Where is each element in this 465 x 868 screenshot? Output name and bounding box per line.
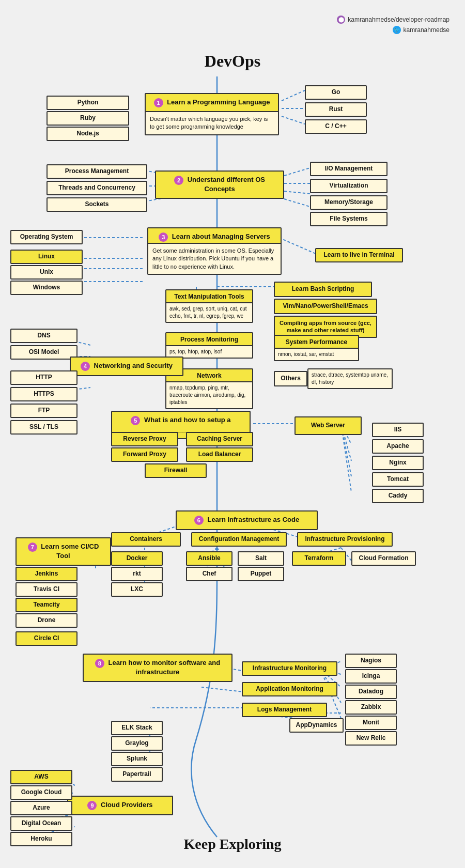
cpp-box: C / C++ bbox=[305, 119, 367, 134]
os-concepts-box: 2 Understand different OS Concepts bbox=[155, 171, 284, 199]
papertrail-box: Papertrail bbox=[111, 767, 163, 782]
reverse-proxy-box: Reverse Proxy bbox=[111, 432, 178, 446]
ssl-box: SSL / TLS bbox=[10, 420, 78, 435]
filesystems-box: File Systems bbox=[310, 212, 388, 226]
learn-prog-box: 1 Learn a Programming Language bbox=[145, 93, 279, 113]
twitter-icon: 🐦 bbox=[393, 26, 401, 34]
os-box: Operating System bbox=[10, 230, 83, 244]
twitter-link[interactable]: kamranahmedse bbox=[404, 26, 450, 34]
unix-box: Unix bbox=[10, 265, 83, 280]
iac-box: 6 Learn Infrastructure as Code bbox=[176, 510, 318, 530]
others-box: Others bbox=[274, 371, 307, 386]
monitor-box: 8 Learn how to monitor software and infr… bbox=[83, 654, 233, 682]
jenkins-box: Jenkins bbox=[16, 567, 78, 581]
number-3: 3 bbox=[159, 233, 168, 242]
network-desc: nmap, tcpdump, ping, mtr, traceroute air… bbox=[165, 381, 253, 409]
lxc-box: LXC bbox=[111, 582, 163, 597]
nagios-box: Nagios bbox=[345, 654, 397, 668]
azure-box: Azure bbox=[10, 801, 72, 815]
monit-box: Monit bbox=[345, 716, 397, 730]
new-relic-box: New Relic bbox=[345, 731, 397, 746]
salt-box: Salt bbox=[238, 551, 284, 566]
elk-box: ELK Stack bbox=[111, 721, 163, 735]
number-5: 5 bbox=[131, 416, 140, 425]
ftp-box: FTP bbox=[10, 404, 78, 418]
ruby-box: Ruby bbox=[47, 111, 129, 126]
ansible-box: Ansible bbox=[186, 551, 233, 566]
heroku-box: Heroku bbox=[10, 832, 72, 846]
travis-box: Travis CI bbox=[16, 582, 78, 597]
http-box: HTTP bbox=[10, 370, 78, 385]
infra-monitor-box: Infrastructure Monitoring bbox=[242, 661, 337, 676]
iis-box: IIS bbox=[372, 423, 424, 437]
windows-box: Windows bbox=[10, 281, 83, 295]
io-mgmt-box: I/O Management bbox=[310, 162, 388, 176]
prog-desc-box: Doesn't matter which language you pick, … bbox=[145, 111, 279, 135]
docker-box: Docker bbox=[111, 551, 163, 566]
number-6: 6 bbox=[194, 516, 204, 525]
load-balancer-box: Load Balancer bbox=[186, 447, 253, 462]
networking-box: 4 Networking and Security bbox=[70, 357, 183, 376]
datadog-box: Datadog bbox=[345, 685, 397, 699]
svg-line-3 bbox=[282, 90, 305, 101]
linux-box: Linux bbox=[10, 250, 83, 264]
app-monitor-box: Application Monitoring bbox=[242, 682, 337, 696]
page-title: DevOps bbox=[205, 52, 260, 71]
number-4: 4 bbox=[81, 362, 90, 371]
cloud-formation-box: Cloud Formation bbox=[351, 551, 416, 566]
servers-desc-box: Get some administration in some OS. Espe… bbox=[147, 243, 282, 275]
terraform-box: Terraform bbox=[292, 551, 346, 566]
infra-prov-box: Infrastructure Provisioning bbox=[297, 532, 393, 547]
go-box: Go bbox=[305, 85, 367, 100]
appdynamics-box: AppDynamics bbox=[289, 718, 344, 733]
aws-box: AWS bbox=[10, 770, 72, 784]
dns-box: DNS bbox=[10, 329, 78, 343]
number-1: 1 bbox=[154, 98, 163, 107]
forward-proxy-box: Forward Proxy bbox=[111, 447, 178, 462]
graylog-box: Graylog bbox=[111, 736, 163, 751]
containers-box: Containers bbox=[111, 532, 181, 547]
svg-line-11 bbox=[284, 191, 310, 194]
icinga-box: Icinga bbox=[345, 669, 397, 684]
nodejs-box: Node.js bbox=[47, 127, 129, 141]
github-icon: ⬤ bbox=[337, 16, 345, 24]
drone-box: Drone bbox=[16, 613, 78, 628]
footer-title: Keep Exploring bbox=[183, 836, 281, 853]
number-8: 8 bbox=[95, 659, 104, 668]
rkt-box: rkt bbox=[111, 567, 163, 581]
logs-mgmt-box: Logs Management bbox=[242, 703, 327, 717]
number-7: 7 bbox=[28, 542, 37, 552]
nginx-box: Nginx bbox=[372, 456, 424, 470]
https-box: HTTPS bbox=[10, 387, 78, 401]
sys-perf-desc: nmon, iostat, sar, vmstat bbox=[274, 348, 359, 361]
tomcat-box: Tomcat bbox=[372, 472, 424, 487]
github-link[interactable]: kamranahmedse/developer-roadmap bbox=[348, 16, 450, 23]
svg-line-5 bbox=[282, 116, 305, 124]
firewall-box: Firewall bbox=[145, 463, 207, 478]
web-server-box: Web Server bbox=[295, 416, 362, 435]
osi-box: OSI Model bbox=[10, 345, 78, 360]
others-desc: strace, dtrace, systemtop uname, df, his… bbox=[307, 368, 393, 389]
svg-line-17 bbox=[279, 238, 320, 256]
zabbix-box: Zabbix bbox=[345, 700, 397, 715]
text-manip-desc: awk, sed, grep, sort, uniq, cat, cut ech… bbox=[165, 302, 253, 323]
google-cloud-box: Google Cloud bbox=[10, 785, 72, 800]
rust-box: Rust bbox=[305, 102, 367, 117]
learn-terminal-box: Learn to live in Terminal bbox=[315, 248, 403, 262]
cloud-providers-box: 9 Cloud Providers bbox=[67, 796, 173, 815]
cicd-box: 7 Learn some CI/CD Tool bbox=[16, 537, 111, 566]
memory-box: Memory/Storage bbox=[310, 195, 388, 210]
python-box: Python bbox=[47, 96, 129, 110]
sockets-box: Sockets bbox=[47, 197, 147, 212]
apache-box: Apache bbox=[372, 439, 424, 454]
caching-server-box: Caching Server bbox=[186, 432, 253, 446]
threads-box: Threads and Concurrency bbox=[47, 181, 147, 195]
puppet-box: Puppet bbox=[238, 567, 284, 581]
virtualization-box: Virtualization bbox=[310, 179, 388, 193]
svg-line-9 bbox=[284, 168, 310, 176]
number-9: 9 bbox=[87, 801, 97, 810]
teamcity-box: Teamcity bbox=[16, 598, 78, 612]
config-mgmt-box: Configuration Management bbox=[191, 532, 287, 547]
circle-box: Circle CI bbox=[16, 631, 78, 646]
header: ⬤ kamranahmedse/developer-roadmap 🐦 kamr… bbox=[337, 16, 450, 36]
